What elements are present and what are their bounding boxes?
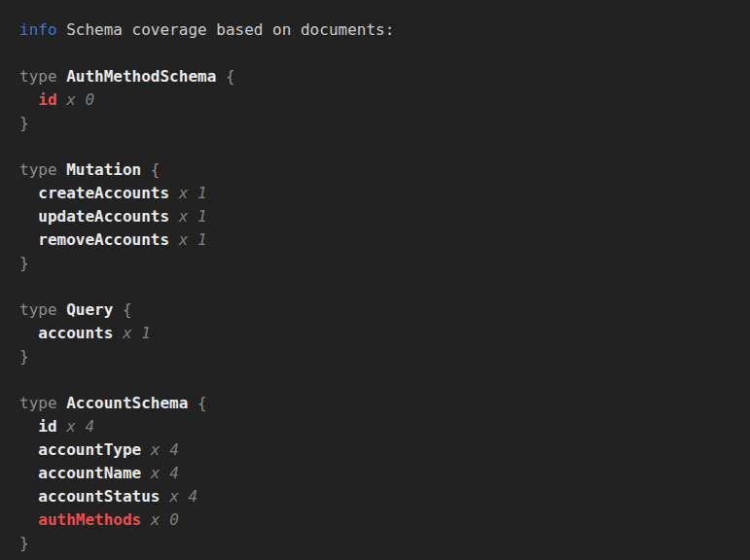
- field-count: x 0: [151, 510, 179, 529]
- field-line: removeAccountsx 1: [19, 228, 731, 252]
- type-name: AccountSchema: [66, 394, 188, 412]
- type-keyword: type: [19, 160, 57, 179]
- type-declaration-line: typeAccountSchema{: [19, 392, 731, 415]
- field-name: accounts: [38, 324, 113, 342]
- open-brace: {: [123, 300, 132, 319]
- closing-brace-line: }: [19, 252, 731, 275]
- field-name: authMethods: [38, 510, 141, 529]
- field-count: x 1: [179, 207, 207, 226]
- type-declaration-line: typeMutation{: [19, 158, 731, 182]
- field-line: idx 4: [19, 415, 731, 438]
- open-brace: {: [226, 67, 235, 86]
- field-line: accountStatusx 4: [19, 485, 731, 508]
- open-brace: {: [151, 160, 161, 179]
- field-line: accountTypex 4: [19, 438, 731, 462]
- close-brace: }: [19, 254, 29, 272]
- field-name: id: [38, 417, 56, 436]
- field-name: accountName: [38, 464, 141, 482]
- type-name: AuthMethodSchema: [66, 67, 216, 86]
- close-brace: }: [19, 347, 29, 366]
- blank-line: [19, 275, 731, 298]
- type-name: Mutation: [66, 160, 141, 179]
- closing-brace-line: }: [19, 532, 731, 555]
- type-declaration-line: typeQuery{: [19, 298, 731, 322]
- terminal-output[interactable]: infoSchema coverage based on documents: …: [0, 0, 750, 560]
- field-line: updateAccountsx 1: [19, 205, 731, 228]
- field-line: createAccountsx 1: [19, 182, 731, 205]
- type-keyword: type: [19, 394, 57, 412]
- type-keyword: type: [19, 300, 57, 319]
- field-line: accountNamex 4: [19, 462, 731, 485]
- field-line: accountsx 1: [19, 322, 731, 345]
- field-count: x 0: [66, 90, 94, 109]
- close-brace: }: [19, 534, 29, 552]
- field-count: x 1: [179, 230, 207, 249]
- field-line: authMethodsx 0: [19, 508, 731, 532]
- field-count: x 4: [169, 487, 197, 506]
- open-brace: {: [197, 394, 207, 412]
- closing-brace-line: }: [19, 112, 731, 135]
- type-keyword: type: [19, 67, 57, 86]
- field-name: createAccounts: [38, 184, 169, 202]
- field-count: x 4: [151, 464, 179, 482]
- log-level-info: info: [19, 20, 57, 39]
- type-name: Query: [66, 300, 113, 319]
- close-brace: }: [19, 114, 29, 132]
- blank-line: [19, 135, 731, 158]
- field-name: accountType: [38, 440, 141, 459]
- type-declaration-line: typeAuthMethodSchema{: [19, 65, 731, 88]
- field-line: idx 0: [19, 88, 731, 112]
- field-count: x 4: [151, 440, 179, 459]
- log-line: infoSchema coverage based on documents:: [19, 18, 731, 42]
- log-message: Schema coverage based on documents:: [66, 20, 394, 39]
- field-name: updateAccounts: [38, 207, 169, 226]
- closing-brace-line: }: [19, 345, 731, 368]
- field-name: id: [38, 90, 56, 109]
- field-name: removeAccounts: [38, 230, 169, 249]
- blank-line: [19, 368, 731, 392]
- field-count: x 4: [66, 417, 94, 436]
- blank-line: [19, 42, 731, 65]
- field-name: accountStatus: [38, 487, 160, 506]
- field-count: x 1: [123, 324, 151, 342]
- field-count: x 1: [179, 184, 207, 202]
